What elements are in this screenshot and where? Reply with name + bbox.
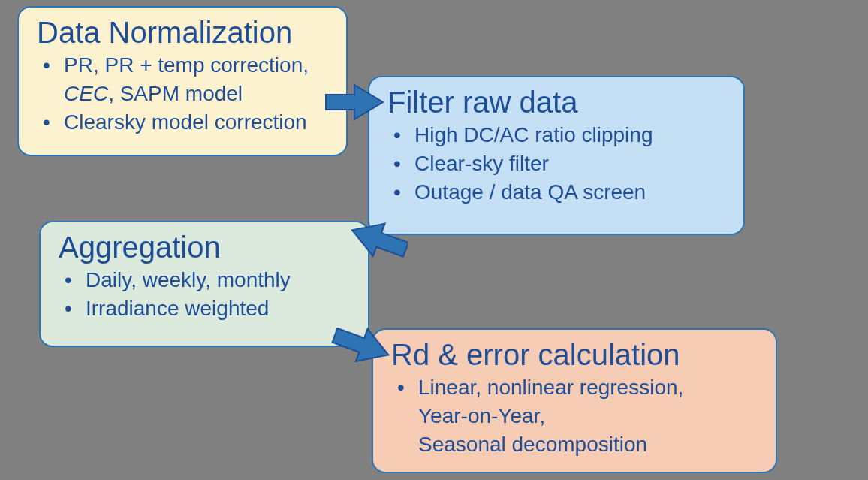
bullet-text: Clearsky model correction xyxy=(64,110,307,134)
flow-diagram: Data Normalization PR, PR + temp correct… xyxy=(0,0,868,480)
list-item: PR, PR + temp correction, CEC, SAPM mode… xyxy=(64,51,331,108)
bullet-text: Daily, weekly, monthly xyxy=(86,268,291,291)
box-filter-raw-data: Filter raw data High DC/AC ratio clippin… xyxy=(368,76,745,235)
box-title: Aggregation xyxy=(59,230,353,264)
bullet-text: Clear-sky filter xyxy=(414,152,549,175)
box-bullets: Daily, weekly, monthly Irradiance weight… xyxy=(59,266,353,323)
bullet-text: Outage / data QA screen xyxy=(414,180,646,204)
box-title: Filter raw data xyxy=(387,85,728,119)
bullet-text: Irradiance weighted xyxy=(86,297,269,320)
list-item: Daily, weekly, monthly xyxy=(86,266,353,294)
box-title: Rd & error calculation xyxy=(391,337,761,372)
list-item: Irradiance weighted xyxy=(86,294,353,323)
list-item: High DC/AC ratio clipping xyxy=(414,121,728,149)
box-rd-error-calculation: Rd & error calculation Linear, nonlinear… xyxy=(372,328,777,473)
box-bullets: PR, PR + temp correction, CEC, SAPM mode… xyxy=(37,51,331,136)
box-data-normalization: Data Normalization PR, PR + temp correct… xyxy=(17,6,348,156)
bullet-text-italic: CEC xyxy=(64,82,108,105)
list-item: Linear, nonlinear regression, Year-on-Ye… xyxy=(418,373,761,458)
bullet-text: High DC/AC ratio clipping xyxy=(414,123,653,146)
box-title: Data Normalization xyxy=(37,15,331,50)
bullet-text: Linear, nonlinear regression, xyxy=(418,376,683,399)
list-item: Outage / data QA screen xyxy=(414,178,728,207)
bullet-text: Seasonal decomposition xyxy=(418,430,761,459)
list-item: Clearsky model correction xyxy=(64,108,331,137)
bullet-text: Year-on-Year, xyxy=(418,402,761,430)
box-bullets: Linear, nonlinear regression, Year-on-Ye… xyxy=(391,373,761,458)
bullet-text: PR, PR + temp correction, xyxy=(64,53,309,77)
bullet-text: , SAPM model xyxy=(108,82,243,105)
box-aggregation: Aggregation Daily, weekly, monthly Irrad… xyxy=(39,221,369,347)
box-bullets: High DC/AC ratio clipping Clear-sky filt… xyxy=(387,121,728,206)
list-item: Clear-sky filter xyxy=(414,149,728,178)
